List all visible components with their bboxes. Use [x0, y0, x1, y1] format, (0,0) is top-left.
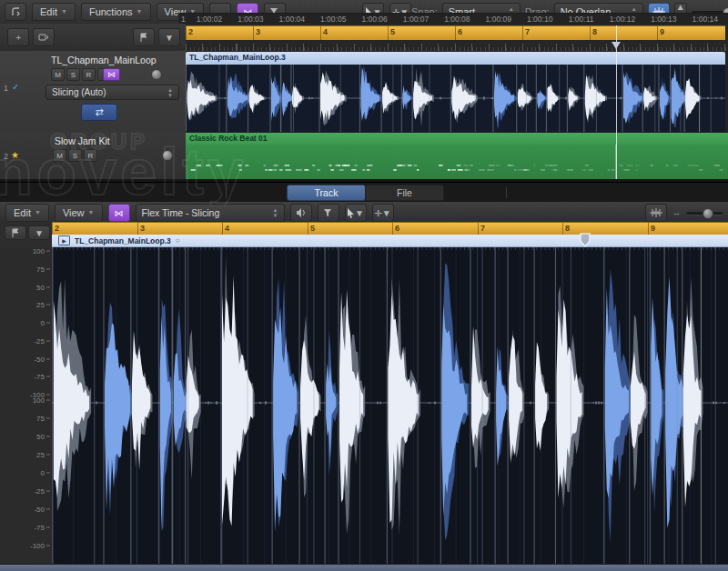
midi-note [464, 165, 468, 166]
ruler-tick [73, 247, 74, 250]
ruler-tick [703, 247, 703, 250]
editor-flex-mode-dropdown[interactable]: Flex Time - Slicing▲▼ [136, 204, 285, 222]
editor-crosshair-tool[interactable]: ✛▼ [372, 204, 394, 222]
group-flag-button[interactable] [133, 28, 155, 46]
ruler-tick [184, 247, 185, 250]
header-options-button[interactable]: ▼ [158, 28, 180, 46]
midi-note [351, 169, 356, 171]
midi-note [693, 165, 699, 166]
add-track-button[interactable]: ＋ [7, 28, 29, 46]
waveform-noise [311, 97, 313, 99]
solo-button[interactable]: S [68, 149, 82, 162]
catch-playhead-button[interactable] [5, 3, 26, 21]
flex-mode-dropdown[interactable]: Slicing (Auto)▲▼ [46, 85, 179, 100]
prelisten-button[interactable] [290, 204, 312, 222]
audio-region[interactable]: TL_Chapman_MainLoop.3 [186, 52, 725, 132]
scale-tick [46, 436, 50, 437]
slider-knob[interactable] [162, 150, 173, 161]
flex-marker-handle[interactable] [579, 233, 592, 248]
tab-track[interactable]: Track [287, 185, 366, 201]
editor-waveform[interactable] [52, 247, 728, 564]
audio-region-waveform[interactable] [186, 65, 725, 132]
editor-flex-button[interactable]: ⋈ [108, 204, 130, 222]
track-name[interactable]: TL_Chapman_MainLoop [51, 55, 157, 65]
menu-functions[interactable]: Functions▼ [81, 3, 151, 21]
mute-button[interactable]: M [53, 149, 66, 162]
mute-button[interactable]: M [51, 68, 65, 81]
ruler-tick [238, 247, 239, 250]
midi-note [335, 165, 340, 166]
midi-note [545, 165, 548, 166]
ruler-tick [311, 247, 312, 250]
ruler-tick [545, 247, 546, 250]
editor-zoom-slider[interactable] [686, 212, 723, 215]
ruler-tick [133, 247, 134, 250]
midi-note [457, 165, 461, 166]
record-button[interactable]: R [82, 68, 96, 81]
track-star-icon[interactable]: ★ [11, 150, 19, 160]
ruler-tick [341, 247, 342, 250]
editor-menu-edit[interactable]: Edit▼ [5, 204, 49, 222]
editor-wave-area[interactable] [52, 247, 728, 564]
bar-number: 2 [188, 27, 193, 36]
scale-tick [46, 455, 50, 456]
editor-region-strip[interactable]: ▶ TL_Chapman_MainLoop.3 ○ [52, 235, 728, 247]
midi-region-header[interactable]: Classic Rock Beat 01 [186, 133, 728, 145]
cycle-range[interactable]: 23456789 [186, 25, 725, 41]
editor-catch-button[interactable] [5, 225, 26, 240]
zoom-arrows-icon: ↔ [672, 208, 681, 217]
midi-region-notes[interactable] [186, 145, 728, 179]
track-flex-icon[interactable]: ⋈ [103, 68, 120, 81]
divider [506, 187, 507, 198]
ruler-tick [456, 247, 457, 250]
slider-knob[interactable] [151, 69, 162, 80]
midi-note [464, 169, 470, 171]
track-selected-check-icon[interactable]: ✓ [12, 82, 19, 92]
scale-tick [46, 305, 50, 306]
stepper-icon: ▲▼ [167, 87, 173, 98]
midi-region[interactable]: Classic Rock Beat 01 [186, 133, 728, 179]
ruler-tick [60, 247, 61, 250]
waveform-noise [592, 402, 594, 403]
record-button[interactable]: R [84, 149, 97, 162]
ruler-tick [617, 247, 618, 250]
editor-options-button[interactable]: ▼ [28, 225, 50, 240]
midi-note [551, 165, 558, 166]
chevron-down-icon: ▼ [35, 228, 44, 238]
scale-value: -25 [34, 487, 45, 496]
track-header-1[interactable]: 1 ✓ TL_Chapman_MainLoop MSRI ⋈ Slicing (… [0, 51, 186, 133]
menu-edit[interactable]: Edit▼ [32, 3, 76, 21]
editor-menu-view[interactable]: View▼ [55, 204, 103, 222]
midi-note [408, 165, 412, 166]
track-header-2[interactable]: 2 ★ Slow Jam Kit MSR [0, 132, 186, 180]
bar-separator [253, 26, 254, 40]
flex-transfer-button[interactable]: ⇄ [81, 104, 117, 121]
ruler-tick [281, 247, 282, 250]
slider-knob[interactable] [703, 208, 713, 219]
audio-region-header[interactable]: TL_Chapman_MainLoop.3 [186, 52, 725, 65]
editor-waveform-zoom-toggle[interactable] [645, 204, 667, 222]
pointer-icon [347, 208, 355, 218]
horizontal-scrollbar[interactable] [0, 564, 728, 571]
editor-filter-button[interactable] [318, 204, 339, 222]
ruler-tick [77, 247, 78, 250]
ruler-tick [370, 247, 371, 250]
ruler-tick [706, 247, 707, 250]
editor-pointer-tool[interactable]: ▼ [345, 204, 367, 222]
region-play-icon[interactable]: ▶ [58, 235, 70, 245]
region-loop-icon[interactable]: ○ [176, 236, 180, 245]
bar-ruler[interactable]: 23456789 [186, 24, 728, 40]
time-ruler-label: 1:00:03 [238, 15, 263, 24]
midi-note [367, 165, 372, 166]
midi-note [514, 169, 516, 171]
waveform-burst [300, 340, 319, 481]
bar-number: 4 [225, 224, 229, 233]
solo-button[interactable]: S [66, 68, 80, 81]
waveform-burst [228, 75, 248, 116]
tab-file[interactable]: File [365, 185, 444, 201]
waveform-noise [440, 96, 441, 99]
duplicate-track-button[interactable] [33, 28, 55, 46]
playhead-marker-icon[interactable] [612, 42, 621, 49]
ruler-tick [485, 247, 486, 250]
track-name[interactable]: Slow Jam Kit [55, 135, 110, 146]
